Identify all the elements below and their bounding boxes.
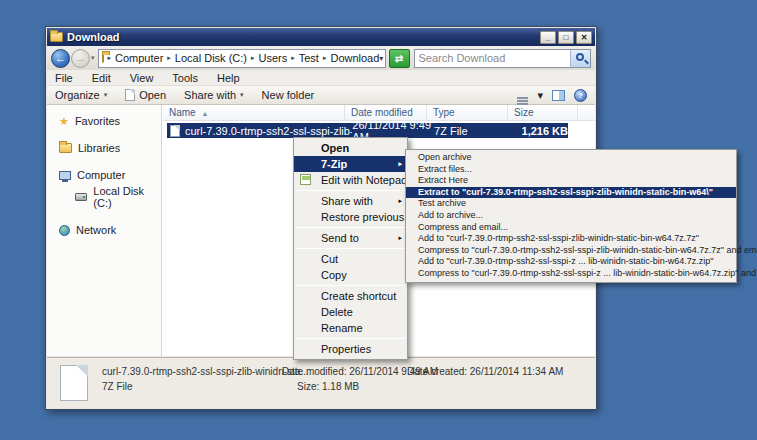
menu-bar: File Edit View Tools Help	[47, 70, 595, 86]
context-menu-item-cut[interactable]: Cut	[294, 251, 407, 267]
open-button[interactable]: Open	[125, 89, 166, 101]
desktop: Download _ □ ✕ ← → ▾ ▸ Computer ▸ Local …	[0, 0, 757, 440]
column-label: Type	[433, 107, 455, 118]
context-menu-item-open[interactable]: Open	[294, 140, 407, 156]
sidebar-item-network[interactable]: Network	[47, 222, 161, 238]
new-folder-label: New folder	[262, 89, 315, 101]
star-icon: ★	[59, 116, 69, 126]
open-label: Open	[139, 89, 166, 101]
preview-pane-button[interactable]	[552, 90, 565, 101]
column-label: Name	[169, 107, 196, 118]
submenu-arrow-icon: ▸	[398, 156, 402, 172]
submenu-item-add-to-7z[interactable]: Add to "curl-7.39.0-rtmp-ssh2-ssl-sspi-z…	[406, 233, 736, 245]
menu-item-label: 7-Zip	[321, 158, 347, 170]
context-menu-item-properties[interactable]: Properties	[294, 341, 407, 357]
new-folder-button[interactable]: New folder	[262, 89, 315, 101]
context-menu-item-delete[interactable]: Delete	[294, 304, 407, 320]
menu-help[interactable]: Help	[217, 72, 240, 84]
sidebar-item-computer[interactable]: Computer	[47, 167, 161, 183]
network-icon	[59, 225, 70, 236]
search-icon	[576, 53, 584, 61]
sidebar-item-local-disk[interactable]: Local Disk (C:)	[47, 183, 161, 211]
breadcrumb-item-computer[interactable]: Computer	[115, 52, 163, 64]
share-with-button[interactable]: Share with ▾	[184, 89, 244, 101]
window-title: Download	[67, 31, 540, 43]
submenu-item-extract-to[interactable]: Extract to "curl-7.39.0-rtmp-ssh2-ssl-ss…	[406, 187, 736, 199]
submenu-item-compress-and-email[interactable]: Compress and email...	[406, 222, 736, 234]
context-menu-item-rename[interactable]: Rename	[294, 320, 407, 336]
context-menu-item-create-shortcut[interactable]: Create shortcut	[294, 288, 407, 304]
search-button[interactable]	[570, 50, 590, 67]
submenu-item-add-to-zip[interactable]: Add to "curl-7.39.0-rtmp-ssh2-ssl-sspi-z…	[406, 256, 736, 268]
menu-edit[interactable]: Edit	[92, 72, 111, 84]
folder-icon	[50, 32, 63, 42]
submenu-item-compress-to-zip-email[interactable]: Compress to "curl-7.39.0-rtmp-ssh2-ssl-s…	[406, 268, 736, 280]
notepadpp-icon	[300, 174, 311, 185]
submenu-arrow-icon: ▸	[398, 193, 402, 209]
context-menu-item-restore-previous[interactable]: Restore previous versions	[294, 209, 407, 225]
context-menu: Open 7-Zip ▸ Edit with Notepad++ Share w…	[293, 137, 408, 360]
submenu-item-add-to-archive[interactable]: Add to archive...	[406, 210, 736, 222]
crumb-separator-icon: ▸	[167, 54, 171, 62]
breadcrumb-dropdown-icon[interactable]: ▾	[379, 54, 385, 63]
sidebar-item-label: Favorites	[75, 115, 120, 127]
context-menu-item-copy[interactable]: Copy	[294, 267, 407, 283]
sidebar-item-label: Network	[76, 224, 116, 236]
maximize-button[interactable]: □	[558, 31, 574, 44]
sidebar-item-favorites[interactable]: ★ Favorites	[47, 113, 161, 129]
organize-button[interactable]: Organize ▾	[55, 89, 107, 101]
column-label: Date modified	[351, 107, 413, 118]
context-menu-item-share-with[interactable]: Share with ▸	[294, 193, 407, 209]
sidebar-item-label: Computer	[77, 169, 125, 181]
column-header-name[interactable]: Name ▲	[163, 105, 345, 120]
forward-button[interactable]: →	[71, 49, 90, 68]
file-name: curl-7.39.0-rtmp-ssh2-ssl-sspi-zlib-wini…	[185, 125, 352, 137]
menu-view[interactable]: View	[130, 72, 154, 84]
help-icon[interactable]: ?	[574, 89, 587, 102]
submenu-item-open-archive[interactable]: Open archive	[406, 152, 736, 164]
view-controls: ▾ ?	[517, 89, 587, 102]
file-icon	[170, 125, 180, 137]
views-button[interactable]	[517, 89, 528, 101]
refresh-button[interactable]: ⇄	[389, 49, 410, 68]
document-icon	[125, 89, 135, 101]
breadcrumb[interactable]: ▸ Computer ▸ Local Disk (C:) ▸ Users ▸ T…	[98, 49, 386, 68]
history-dropdown-icon[interactable]: ▾	[91, 54, 95, 62]
search-input[interactable]	[415, 51, 570, 66]
submenu-arrow-icon: ▸	[398, 230, 402, 246]
views-dropdown-icon[interactable]: ▾	[537, 89, 543, 102]
menu-separator	[296, 285, 405, 286]
libraries-icon	[59, 143, 72, 153]
crumb-separator-icon: ▸	[323, 54, 327, 62]
details-date-created: Date created: 26/11/2014 11:34 AM	[407, 366, 563, 377]
submenu-item-test-archive[interactable]: Test archive	[406, 198, 736, 210]
column-header-size[interactable]: Size	[508, 105, 578, 120]
file-size: 1,216 KB	[511, 125, 568, 137]
submenu-item-extract-files[interactable]: Extract files...	[406, 164, 736, 176]
menu-file[interactable]: File	[55, 72, 73, 84]
breadcrumb-item-download[interactable]: Download	[330, 52, 379, 64]
crumb-separator-icon: ▸	[251, 54, 255, 62]
title-bar[interactable]: Download _ □ ✕	[47, 28, 595, 46]
table-row[interactable]: curl-7.39.0-rtmp-ssh2-ssl-sspi-zlib-wini…	[167, 123, 568, 138]
file-type: 7Z File	[434, 125, 511, 137]
sidebar-item-libraries[interactable]: Libraries	[47, 140, 161, 156]
context-menu-item-7zip[interactable]: 7-Zip ▸	[294, 156, 407, 172]
context-menu-item-edit-notepadpp[interactable]: Edit with Notepad++	[294, 172, 407, 188]
context-menu-item-send-to[interactable]: Send to ▸	[294, 230, 407, 246]
breadcrumb-item-test[interactable]: Test	[299, 52, 319, 64]
sort-ascending-icon: ▲	[201, 110, 208, 117]
menu-tools[interactable]: Tools	[172, 72, 198, 84]
breadcrumb-item-users[interactable]: Users	[258, 52, 287, 64]
submenu-item-compress-to-7z-email[interactable]: Compress to "curl-7.39.0-rtmp-ssh2-ssl-s…	[406, 245, 736, 257]
column-header-type[interactable]: Type	[427, 105, 508, 120]
details-pane: curl-7.39.0-rtmp-ssh2-ssl-sspi-zlib-wini…	[47, 357, 595, 408]
submenu-item-extract-here[interactable]: Extract Here	[406, 175, 736, 187]
back-button[interactable]: ←	[51, 49, 70, 68]
close-button[interactable]: ✕	[576, 31, 592, 44]
column-header-filler	[578, 105, 595, 120]
crumb-separator-icon: ▸	[291, 54, 295, 62]
list-view-icon	[517, 97, 528, 99]
minimize-button[interactable]: _	[540, 31, 556, 44]
breadcrumb-item-local-disk[interactable]: Local Disk (C:)	[175, 52, 247, 64]
